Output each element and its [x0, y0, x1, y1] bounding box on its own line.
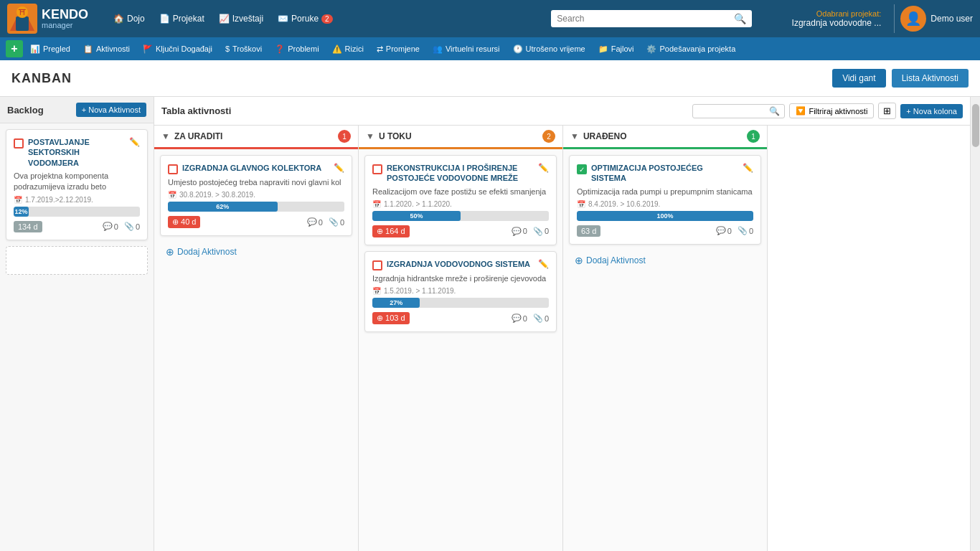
- scrollbar[interactable]: [970, 97, 980, 551]
- nav-podesavanja[interactable]: ⚙️ Podešavanja projekta: [641, 42, 741, 56]
- card-stats: 💬 0 📎 0: [512, 314, 549, 323]
- add-activity-label: Dodaj Aktivnost: [586, 255, 646, 265]
- attachments-count: 0: [136, 222, 140, 231]
- lista-aktivnosti-button[interactable]: Lista Aktivnosti: [892, 69, 969, 88]
- nav-kljucni-dogadaji[interactable]: 🚩 Ključni Događaji: [137, 42, 218, 56]
- nav-pregled[interactable]: 📊 Pregled: [24, 42, 76, 56]
- comments-count: 0: [319, 218, 323, 227]
- card-stats: 💬 0 📎 0: [512, 227, 549, 236]
- attachments-count: 0: [545, 314, 549, 323]
- col-todo-cards: IZGRADNJA GLAVNOG KOLEKTORA ✏️ Umjesto p…: [154, 149, 358, 551]
- question-icon: ❓: [275, 44, 285, 54]
- comments-stat: 💬 0: [307, 217, 323, 227]
- filter-activities-button[interactable]: 🔽 Filtriraj aktivnosti: [789, 103, 874, 118]
- duration-badge: ⊕ 164 d: [372, 225, 410, 237]
- card-checkbox[interactable]: [372, 260, 382, 270]
- grid-view-button[interactable]: ⊞: [878, 103, 896, 119]
- add-activity-link-todo[interactable]: ⊕ Dodaj Aktivnost: [160, 242, 352, 262]
- scrollbar-thumb[interactable]: [972, 104, 979, 147]
- clock-icon: 🕐: [513, 44, 523, 54]
- nav-izvestaji-label: Izveštaji: [232, 14, 263, 24]
- warning-small-icon: ⊕: [172, 217, 179, 226]
- nav-problemi[interactable]: ❓ Problemi: [269, 42, 324, 56]
- edit-icon[interactable]: ✏️: [538, 259, 549, 269]
- plus-circle-icon-done: ⊕: [575, 255, 583, 266]
- logo[interactable]: ⛩ KENDO manager: [7, 4, 93, 34]
- page-content: KANBAN Vidi gant Lista Aktivnosti Backlo…: [0, 60, 980, 551]
- col-chevron-inprogress[interactable]: ▼: [366, 131, 374, 141]
- nav-utroseno-vrijeme[interactable]: 🕐 Utrošeno vrijeme: [507, 42, 591, 56]
- card-description: Realizacijom ove faze postižu se efekti …: [372, 187, 549, 197]
- attachments-stat: 📎 0: [329, 217, 344, 227]
- progress-bar: 12%: [14, 207, 140, 217]
- nav-rizici[interactable]: ⚠️ Rizici: [326, 42, 369, 56]
- edit-icon[interactable]: ✏️: [129, 137, 140, 147]
- column-todo-header: ▼ ZA URADITI 1: [154, 126, 358, 149]
- activities-search-input[interactable]: [697, 107, 769, 116]
- attachments-count: 0: [545, 227, 549, 235]
- nav-projekat[interactable]: 📄 Projekat: [154, 11, 210, 27]
- card-description: Ova projektna komponenta podrazumijeva i…: [14, 171, 140, 193]
- edit-icon[interactable]: ✏️: [743, 163, 753, 173]
- col-chevron-done[interactable]: ▼: [570, 131, 579, 141]
- nav-fajlovi[interactable]: 📁 Fajlovi: [593, 42, 640, 56]
- search-button[interactable]: 🔍: [734, 13, 746, 24]
- backlog-new-activity-button[interactable]: + Nova Aktivnost: [76, 103, 146, 117]
- nav-virtuelni-resursi[interactable]: 👥 Virtuelni resursi: [427, 42, 506, 56]
- card-checkbox[interactable]: [372, 164, 382, 174]
- dollar-icon: $: [225, 44, 230, 53]
- nav-poruke[interactable]: ✉️ Poruke 2: [272, 11, 339, 27]
- activities-header: Tabla aktivnosti 🔍 🔽 Filtriraj aktivnost…: [154, 97, 970, 126]
- progress-fill: 12%: [14, 207, 29, 217]
- attachments-stat: 📎 0: [533, 227, 549, 236]
- activities-header-right: 🔍 🔽 Filtriraj aktivnosti ⊞ + Nova kolona: [692, 103, 963, 119]
- col-chevron-todo[interactable]: ▼: [161, 131, 170, 141]
- card-title: REKONSTRUKCIJA I PROŠIRENJE POSTOJEĆE VO…: [387, 163, 534, 184]
- activities-search-box[interactable]: 🔍: [692, 104, 785, 118]
- logo-subtitle: manager: [42, 21, 88, 29]
- new-column-button[interactable]: + Nova kolona: [900, 104, 963, 118]
- add-nav-button[interactable]: +: [6, 40, 23, 57]
- column-todo: ▼ ZA URADITI 1 IZGRADNJA GLAVNOG KOLEKTO…: [154, 126, 359, 551]
- card-checkbox-done[interactable]: ✓: [577, 164, 587, 174]
- warning-small-icon3: ⊕: [377, 314, 383, 322]
- nav-promjene[interactable]: ⇄ Promjene: [371, 42, 425, 56]
- column-done-header: ▼ URAĐENO 1: [563, 126, 767, 149]
- nav-troskovi[interactable]: $ Troškovi: [220, 42, 268, 55]
- col-inprogress-title: ▼ U TOKU: [366, 131, 412, 141]
- user-area[interactable]: 👤 Demo user: [900, 6, 973, 32]
- kanban-columns: ▼ ZA URADITI 1 IZGRADNJA GLAVNOG KOLEKTO…: [154, 126, 970, 551]
- edit-icon[interactable]: ✏️: [334, 163, 344, 173]
- duration-value: 40 d: [181, 217, 196, 226]
- warning-icon: ⚠️: [332, 44, 342, 54]
- duration-badge: ⊕ 40 d: [168, 216, 200, 228]
- col-inprogress-badge: 2: [542, 130, 555, 143]
- svg-rect-2: [16, 17, 29, 31]
- search-input[interactable]: [557, 14, 734, 24]
- nav-dojo[interactable]: 🏠 Dojo: [108, 11, 151, 27]
- card-stats: 💬 0 📎 0: [716, 226, 753, 235]
- logo-name: KENDO: [42, 8, 88, 21]
- backlog-cards: POSTAVLJANJE SEKTORSKIH VODOMJERA ✏️ Ova…: [0, 123, 154, 551]
- card-title: OPTIMIZACIJA POSTOJEĆEG SISTEMA: [591, 163, 738, 184]
- user-name: Demo user: [930, 14, 973, 24]
- card-checkbox[interactable]: [14, 138, 24, 149]
- nav-aktivnosti[interactable]: 📋 Aktivnosti: [77, 42, 136, 56]
- nav-izvestaji[interactable]: 📈 Izveštaji: [213, 11, 269, 27]
- avatar: 👤: [900, 6, 926, 32]
- vidi-gant-button[interactable]: Vidi gant: [832, 69, 885, 88]
- add-activity-link-done[interactable]: ⊕ Dodaj Aktivnost: [569, 250, 761, 270]
- comment-icon: 💬: [103, 222, 113, 231]
- card-footer: ⊕ 103 d 💬 0 📎: [372, 312, 549, 324]
- progress-fill: 50%: [372, 211, 461, 221]
- card-footer: ⊕ 164 d 💬 0 📎: [372, 225, 549, 237]
- logo-icon: ⛩: [7, 4, 37, 34]
- calendar-icon: 📅: [168, 191, 176, 199]
- kanban-board: Backlog + Nova Aktivnost POSTAVLJANJE SE…: [0, 97, 980, 551]
- search-area[interactable]: 🔍: [551, 10, 752, 27]
- folder-icon: 📁: [598, 44, 608, 54]
- card-checkbox[interactable]: [168, 164, 178, 174]
- nav-troskovi-label: Troškovi: [232, 44, 262, 53]
- edit-icon[interactable]: ✏️: [538, 163, 549, 173]
- nav-poruke-label: Poruke: [291, 14, 319, 24]
